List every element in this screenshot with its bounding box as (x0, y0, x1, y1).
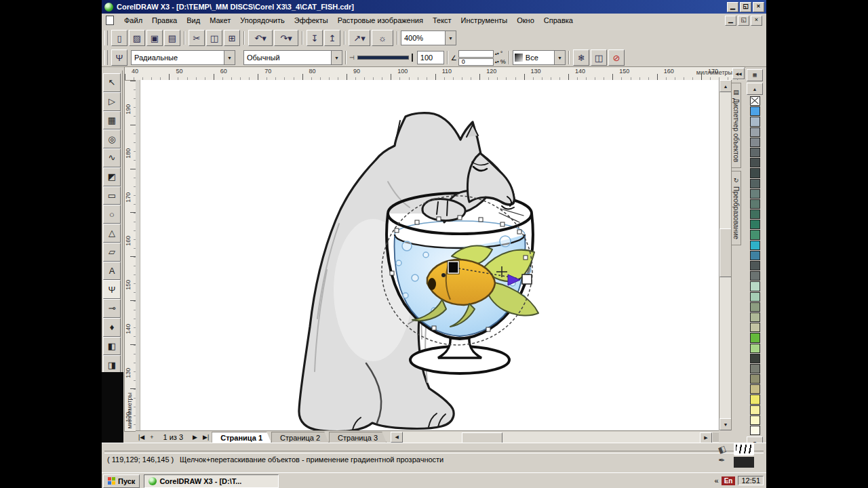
toolbox-tool[interactable]: ◨ (103, 355, 121, 374)
first-page-button[interactable]: |◀ (136, 434, 147, 441)
color-swatch[interactable] (750, 344, 760, 353)
palette-menu-button[interactable]: ▦ (747, 69, 763, 81)
color-swatch[interactable] (750, 241, 760, 250)
color-swatch[interactable] (750, 415, 760, 425)
no-color-swatch[interactable] (750, 96, 760, 106)
drawing-canvas[interactable] (136, 80, 719, 430)
menu-item[interactable]: Правка (147, 15, 182, 26)
color-swatch[interactable] (750, 323, 760, 332)
color-swatch[interactable] (750, 354, 760, 363)
angle-field[interactable] (458, 50, 494, 58)
toolbar-file-button[interactable]: ▤ (164, 30, 180, 46)
docker-tab[interactable]: ▤ Диспетчер объектов (732, 83, 741, 168)
toolbox-tool[interactable]: ▭ (103, 186, 121, 205)
freeze-transparency-button[interactable]: ❄ (573, 49, 589, 66)
toolbar-grip[interactable] (104, 30, 108, 45)
menu-item[interactable]: Упорядочить (235, 15, 289, 26)
edge-pad-field[interactable]: 0 (458, 58, 494, 66)
transparency-type-combo[interactable]: Радиальные ▼ (131, 50, 235, 65)
toolbar-io-button[interactable]: ↧ (307, 30, 323, 46)
toolbar-file-button[interactable]: ▯ (111, 30, 127, 46)
chevron-down-icon[interactable]: ▼ (331, 51, 342, 64)
scroll-up-icon[interactable]: ▲ (719, 80, 732, 92)
coreldraw-app-icon[interactable] (104, 3, 113, 12)
toolbox-tool[interactable]: ⊸ (103, 299, 121, 318)
color-swatch[interactable] (750, 106, 760, 116)
color-swatch[interactable] (750, 158, 760, 167)
color-swatch[interactable] (750, 209, 760, 219)
toolbox-tool[interactable]: Ψ (103, 280, 121, 299)
page-tab[interactable]: Страница 1 (212, 432, 271, 443)
menu-item[interactable]: Окно (512, 15, 539, 26)
color-swatch[interactable] (750, 261, 760, 270)
chevron-down-icon[interactable]: ▼ (445, 31, 456, 45)
color-swatch[interactable] (750, 394, 760, 404)
clear-transparency-button[interactable]: ⊘ (608, 49, 625, 66)
menu-item[interactable]: Вид (182, 15, 205, 26)
horizontal-ruler[interactable]: 405060708090100110120130140150160170 мил… (124, 66, 745, 81)
menu-item[interactable]: Справка (539, 15, 578, 26)
color-swatch[interactable] (750, 117, 760, 126)
toolbar-file-button[interactable]: ▣ (146, 30, 163, 46)
toolbox-tool[interactable]: ↖ (103, 73, 121, 92)
toolbar-app-button[interactable]: ☼ (372, 30, 393, 46)
toolbox-tool[interactable]: △ (103, 224, 121, 243)
fill-color-icon[interactable]: ◧ (717, 443, 727, 455)
color-swatch[interactable] (750, 179, 760, 188)
toolbar-file-button[interactable]: ▨ (129, 30, 145, 46)
toolbox-tool[interactable]: ○ (103, 205, 121, 224)
start-button[interactable]: Пуск (103, 474, 140, 488)
toolbox-tool[interactable]: ◎ (103, 129, 121, 148)
scroll-left-icon[interactable]: ◀ (391, 432, 403, 443)
transparency-start-handle[interactable] (448, 262, 458, 273)
midpoint-value-field[interactable]: 100 (417, 51, 444, 64)
toolbox-tool[interactable]: ▦ (103, 111, 121, 130)
color-swatch[interactable] (750, 364, 760, 373)
menu-item[interactable]: Файл (119, 15, 147, 26)
last-page-button[interactable]: ▶| (200, 434, 212, 441)
color-swatch[interactable] (750, 127, 760, 137)
toolbar-clipboard-button[interactable]: ⊞ (224, 30, 240, 46)
horizontal-scroll-thumb[interactable] (462, 432, 502, 443)
doc-close-button[interactable]: × (751, 16, 762, 26)
midpoint-track[interactable] (357, 56, 409, 60)
color-swatch[interactable] (750, 281, 760, 291)
midpoint-handle[interactable] (412, 54, 413, 62)
menu-item[interactable]: Инструменты (456, 15, 513, 26)
toolbox-tool[interactable]: ▱ (103, 243, 121, 262)
toolbox-tool[interactable]: ∿ (103, 148, 121, 167)
canvas-artwork[interactable] (136, 80, 719, 430)
toolbox-tool[interactable]: ◩ (103, 167, 121, 186)
toolbox-tool[interactable]: A (103, 262, 121, 281)
doc-restore-button[interactable]: ◱ (738, 16, 749, 26)
toolbar-history-button[interactable]: ↷▾ (274, 30, 298, 46)
color-swatch[interactable] (750, 405, 760, 415)
outline-pen-icon[interactable]: ✒ (718, 455, 726, 465)
doc-minimize-button[interactable]: ▁ (725, 16, 736, 26)
docker-tab[interactable]: ↻ Преобразование (732, 171, 741, 245)
title-bar[interactable]: CorelDRAW X3 - [D:\TEMP\_MM DISCS\Corel … (102, 0, 766, 14)
toolbox-tool[interactable]: ♦ (103, 318, 121, 337)
menu-item[interactable]: Эффекты (290, 15, 333, 26)
next-page-button[interactable]: ▶ (190, 434, 200, 441)
toolbox-tool[interactable]: ◧ (103, 337, 121, 356)
color-swatch[interactable] (750, 220, 760, 229)
taskbar-task-button[interactable]: CorelDRAW X3 - [D:\T... (144, 474, 279, 488)
toolbar-io-button[interactable]: ↥ (324, 30, 340, 46)
color-swatch[interactable] (750, 251, 760, 260)
toolbox-tool[interactable]: ▷ (103, 92, 121, 111)
color-swatch[interactable] (750, 271, 760, 281)
scroll-right-icon[interactable]: ▶ (700, 432, 712, 443)
color-swatch[interactable] (750, 374, 760, 384)
color-swatch[interactable] (750, 302, 760, 312)
midpoint-slider[interactable]: ⊣ (349, 54, 413, 62)
color-swatch[interactable] (750, 292, 760, 302)
vertical-scroll-thumb[interactable] (719, 228, 732, 277)
add-page-button[interactable]: + (147, 434, 156, 441)
page-tab[interactable]: Страница 2 (271, 432, 329, 443)
color-swatch[interactable] (750, 230, 760, 239)
menu-item[interactable]: Текст (428, 15, 456, 26)
page-tab[interactable]: Страница 3 (329, 432, 387, 443)
horizontal-scrollbar[interactable]: ◀ ▶ (391, 432, 719, 443)
spinner-icons[interactable]: ▴▾ (495, 60, 499, 64)
